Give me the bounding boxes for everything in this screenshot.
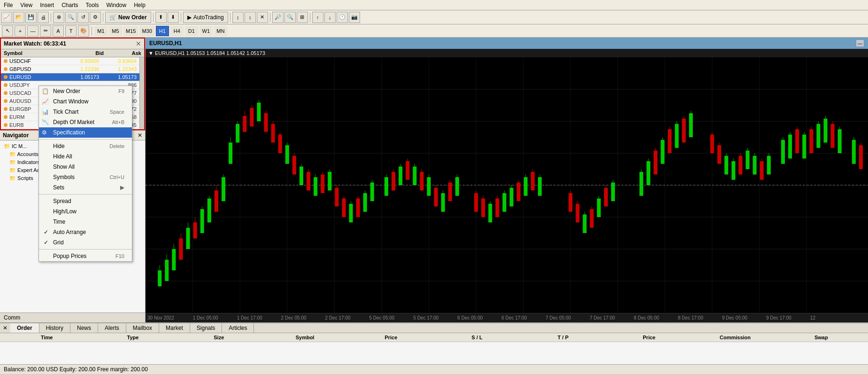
clock-button[interactable]: 🕐 (337, 12, 348, 23)
fit-button[interactable]: ⊞ (297, 12, 308, 23)
tab-market[interactable]: Market (159, 323, 190, 333)
indicator-down-button[interactable]: ↕ (245, 12, 256, 23)
cm-hide-all[interactable]: Hide All (39, 151, 132, 162)
period-m5[interactable]: M5 (109, 26, 122, 36)
navigator-close[interactable]: ✕ (138, 132, 142, 139)
order-columns: Time Type Size Symbol Price S / L T / P … (0, 333, 868, 342)
cm-new-order[interactable]: 📋 New Order F9 (39, 86, 132, 96)
chart-info: ▼ EURUSD,H1 1.05153 1.05184 1.05142 1.05… (146, 49, 868, 57)
settings-button[interactable]: ⚙ (90, 12, 101, 23)
tab-articles[interactable]: Articles (222, 323, 254, 333)
mw-bid-usdchf: 0.93600 (61, 58, 99, 64)
open-button[interactable]: 📂 (13, 12, 24, 23)
period-up-button[interactable]: ↑ (312, 12, 323, 23)
period-m1[interactable]: M1 (94, 26, 108, 36)
cm-spread[interactable]: Spread (39, 196, 132, 206)
autotrading-button[interactable]: ▶ AutoTrading (183, 12, 228, 23)
cm-show-all[interactable]: Show All (39, 162, 132, 172)
color-tool[interactable]: 🎨 (78, 25, 89, 37)
time-label-1: 30 Nov 2022 (147, 315, 174, 320)
period-down-button[interactable]: ↓ (324, 12, 336, 23)
period-w1[interactable]: W1 (200, 26, 213, 36)
time-label-4: 2 Dec 05:00 (281, 315, 307, 320)
close-bottom-panel[interactable]: ✕ (0, 323, 10, 333)
market-watch-scrollbar[interactable] (139, 57, 144, 129)
cursor-tool[interactable]: ↖ (2, 25, 13, 37)
svg-rect-164 (731, 161, 735, 180)
buy-button[interactable]: ⬆ (155, 12, 167, 23)
mw-bid-gbpusd: 1.22336 (61, 66, 99, 72)
cm-specification[interactable]: ⚙ Specification (39, 127, 132, 138)
period-mn[interactable]: MN (214, 26, 227, 36)
svg-rect-118 (510, 188, 514, 207)
screenshot-button[interactable]: 📷 (349, 12, 360, 23)
time-label-9: 6 Dec 17:00 (501, 315, 527, 320)
svg-rect-24 (158, 270, 161, 286)
mw-symbol-name: USDCHF (9, 58, 31, 64)
cm-popup-prices[interactable]: Popup Prices F10 (39, 251, 132, 261)
cm-high-low[interactable]: High/Low (39, 206, 132, 217)
menu-window[interactable]: Window (103, 1, 131, 9)
zoom-button[interactable]: 🔎 (272, 12, 284, 23)
cm-time[interactable]: Time (39, 217, 132, 227)
cm-depth-of-market[interactable]: 📉 Depth Of Market Alt+B (39, 117, 132, 127)
cm-separator-1 (39, 139, 132, 140)
chart-minimize-button[interactable]: — (856, 39, 864, 47)
period-d1[interactable]: D1 (185, 26, 198, 36)
mw-row-gbpusd[interactable]: GBPUSD 1.22336 1.22343 (1, 65, 139, 73)
svg-rect-166 (738, 156, 742, 175)
print-button[interactable]: 🖨 (38, 12, 49, 23)
cm-tick-chart[interactable]: 📊 Tick Chart Space (39, 107, 132, 117)
mw-row-usdchf[interactable]: USDCHF 0.93600 0.93604 (1, 57, 139, 65)
market-watch-close[interactable]: ✕ (136, 40, 141, 47)
indicator-x-button[interactable]: ✕ (257, 12, 268, 23)
svg-rect-64 (300, 166, 303, 185)
period-m30[interactable]: M30 (139, 26, 154, 36)
mw-row-eurusd[interactable]: EURUSD 1.05173 1.05173 (1, 73, 139, 81)
zoom-in-button[interactable]: 🔍 (65, 12, 77, 23)
tab-mailbox[interactable]: Mailbox (126, 323, 159, 333)
tab-alerts[interactable]: Alerts (98, 323, 126, 333)
tab-order[interactable]: Order (10, 323, 39, 333)
period-h1[interactable]: H1 (156, 26, 169, 36)
svg-rect-36 (200, 209, 204, 233)
crosshair-button[interactable]: ⊕ (53, 12, 64, 23)
textbox-tool[interactable]: T (65, 25, 77, 37)
cm-sets[interactable]: Sets ▶ (39, 182, 132, 193)
cm-chart-window[interactable]: 📈 Chart Window (39, 96, 132, 107)
refresh-button[interactable]: ↺ (77, 12, 89, 23)
crosshair-tool[interactable]: + (15, 25, 26, 37)
menu-view[interactable]: View (16, 1, 36, 9)
menu-tools[interactable]: Tools (82, 1, 103, 9)
cm-auto-arrange[interactable]: Auto Arrange (39, 227, 132, 237)
draw-tool[interactable]: ✏ (40, 25, 51, 37)
save-button[interactable]: 💾 (25, 12, 37, 23)
svg-rect-44 (229, 142, 232, 164)
menu-help[interactable]: Help (130, 1, 149, 9)
period-h4[interactable]: H4 (170, 26, 184, 36)
sell-button[interactable]: ⬇ (168, 12, 179, 23)
zoom-out-button[interactable]: 🔍 (284, 12, 296, 23)
mw-bid-eurusd: 1.05173 (61, 74, 99, 80)
tab-signals[interactable]: Signals (190, 323, 222, 333)
svg-rect-98 (427, 177, 431, 196)
menu-charts[interactable]: Charts (58, 1, 82, 9)
menu-insert[interactable]: Insert (36, 1, 58, 9)
cm-hide[interactable]: Hide Delete (39, 141, 132, 151)
period-m15[interactable]: M15 (123, 26, 138, 36)
text-tool[interactable]: A (53, 25, 64, 37)
svg-rect-152 (675, 124, 679, 148)
line-tool[interactable]: — (27, 25, 38, 37)
cm-grid[interactable]: Grid (39, 237, 132, 248)
menu-file[interactable]: File (0, 1, 16, 9)
svg-rect-162 (724, 156, 728, 175)
indicator-up-button[interactable]: ↕ (232, 12, 244, 23)
new-order-button[interactable]: 🛒 New Order (105, 12, 151, 23)
svg-rect-40 (215, 190, 218, 211)
cm-symbols[interactable]: Symbols Ctrl+U (39, 172, 132, 182)
new-chart-button[interactable]: 📈 (1, 12, 12, 23)
svg-rect-168 (745, 150, 749, 169)
tab-news[interactable]: News (70, 323, 98, 333)
chart-canvas[interactable] (146, 57, 868, 313)
tab-history[interactable]: History (39, 323, 70, 333)
